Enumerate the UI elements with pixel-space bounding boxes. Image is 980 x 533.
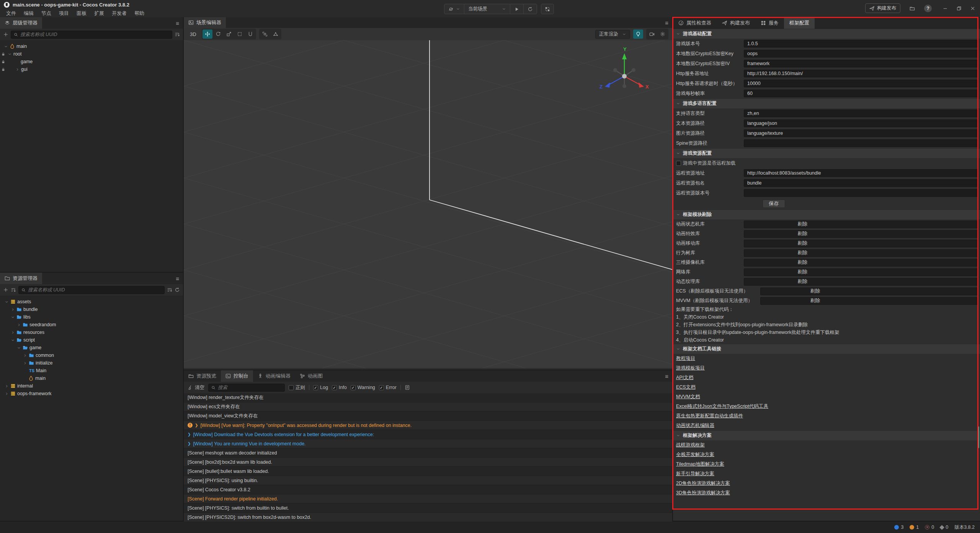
tree-node-gui[interactable]: gui: [0, 65, 183, 73]
help-button[interactable]: ?: [924, 5, 932, 12]
remove-button[interactable]: 剔除: [810, 298, 820, 304]
caret-right-icon[interactable]: [5, 392, 9, 396]
caret-down-icon[interactable]: [5, 300, 9, 304]
create-asset-icon[interactable]: [3, 287, 8, 293]
caret-right-icon[interactable]: [11, 307, 15, 312]
caret-right-icon[interactable]: [11, 330, 15, 335]
caret-down-icon[interactable]: [11, 315, 15, 319]
asset-node-libs[interactable]: libs: [0, 313, 183, 321]
preview-qr-button[interactable]: [541, 4, 554, 14]
menu-project[interactable]: 项目: [55, 9, 73, 18]
tab-services[interactable]: 服务: [755, 17, 784, 29]
remove-button[interactable]: 剔除: [798, 240, 807, 247]
filter-warning-checkbox[interactable]: ✓Warning: [351, 385, 375, 390]
hierarchy-tab[interactable]: 层级管理器: [0, 17, 42, 29]
caret-right-icon[interactable]: [17, 323, 21, 327]
crypto-iv-input[interactable]: [744, 60, 978, 67]
texture-res-path-input[interactable]: [744, 129, 978, 137]
remove-button[interactable]: 剔除: [798, 278, 807, 285]
snap-tool-button[interactable]: [260, 29, 270, 39]
caret-down-icon[interactable]: [8, 52, 12, 56]
inspector-scrollbar-thumb[interactable]: [977, 426, 979, 448]
menu-extension[interactable]: 扩展: [90, 9, 108, 18]
asset-node-script[interactable]: script: [0, 336, 183, 344]
link-mvvm-docs[interactable]: MVVM文档: [676, 394, 700, 400]
expand-caret-icon[interactable]: ❯: [188, 432, 191, 437]
asset-node-bundle[interactable]: bundle: [0, 306, 183, 313]
save-button[interactable]: 保存: [763, 199, 785, 208]
filter-log-checkbox[interactable]: ✓Log: [313, 385, 328, 390]
remove-button[interactable]: 剔除: [798, 259, 807, 266]
menu-file[interactable]: 文件: [2, 9, 20, 18]
languages-input[interactable]: [744, 110, 978, 117]
remote-version-input[interactable]: [744, 189, 978, 197]
tab-property-inspector[interactable]: 属性检查器: [673, 17, 717, 29]
asset-node-oops-framework[interactable]: oops-framework: [0, 390, 183, 397]
log-row-warning[interactable]: !❯[Window] [Vue warn]: Property "onInput…: [184, 421, 672, 430]
link-animator-editor[interactable]: 动画状态机编辑器: [676, 422, 714, 429]
menu-panel[interactable]: 面板: [73, 9, 90, 18]
restart-button[interactable]: [524, 4, 537, 14]
caret-right-icon[interactable]: [15, 67, 20, 72]
preview-target-button[interactable]: [444, 4, 464, 14]
assets-menu-icon[interactable]: ≡: [172, 275, 183, 282]
section-module-strip[interactable]: 框架模块剔除: [673, 209, 980, 219]
asset-node-internal[interactable]: internal: [0, 382, 183, 390]
mode-3d-toggle[interactable]: 3D: [188, 31, 199, 38]
link-tiledmap-solution[interactable]: Tiledmap地图解决方案: [676, 461, 724, 468]
section-i18n-config[interactable]: 游戏多语言配置: [673, 98, 980, 108]
extra-count[interactable]: 0: [940, 525, 948, 530]
error-count[interactable]: ✕0: [925, 525, 934, 530]
assets-search-input[interactable]: [28, 287, 162, 293]
fps-input[interactable]: [744, 90, 978, 97]
hierarchy-menu-icon[interactable]: ≡: [172, 20, 183, 26]
filter-info-checkbox[interactable]: ✓Info: [332, 385, 347, 390]
render-mode-dropdown[interactable]: 正常渲染: [595, 30, 630, 39]
coordinate-tool-button[interactable]: [271, 29, 281, 39]
open-folder-button[interactable]: [906, 3, 919, 13]
menu-node[interactable]: 节点: [38, 9, 55, 18]
asset-node-assets[interactable]: assets: [0, 298, 183, 306]
warning-count[interactable]: 1: [910, 525, 919, 530]
link-hotupdate-plugin[interactable]: 原生包热更新配置自动生成插件: [676, 413, 743, 419]
http-timeout-input[interactable]: [744, 80, 978, 87]
assets-filter-icon[interactable]: [167, 287, 172, 293]
section-doc-links[interactable]: 框架文档工具链接: [673, 344, 980, 354]
clear-console-button[interactable]: 清空: [188, 384, 204, 391]
scene-settings-button[interactable]: [658, 29, 668, 39]
scene-select-dropdown[interactable]: 当前场景: [464, 4, 510, 14]
link-template-project[interactable]: 游戏模板项目: [676, 365, 705, 371]
asset-node-main-scene[interactable]: main: [0, 374, 183, 382]
hierarchy-searchbox[interactable]: [11, 31, 172, 39]
link-excel-tool[interactable]: Excel格式转Json文件与TypeScript代码工具: [676, 403, 768, 410]
link-ecs-docs[interactable]: ECS文档: [676, 384, 696, 391]
section-game-base-config[interactable]: 游戏基础配置: [673, 29, 980, 39]
game-version-input[interactable]: [744, 40, 978, 47]
remove-button[interactable]: 剔除: [798, 231, 807, 237]
console-search-input[interactable]: [218, 385, 282, 390]
tab-animation-editor[interactable]: 动画编辑器: [253, 370, 295, 382]
play-button[interactable]: [510, 4, 524, 14]
caret-down-icon[interactable]: [4, 44, 8, 49]
menu-developer[interactable]: 开发者: [108, 9, 131, 18]
log-row-info[interactable]: ❯[Window] You are running Vue in develop…: [184, 439, 672, 448]
text-res-path-input[interactable]: [744, 119, 978, 127]
remote-load-checkbox[interactable]: 游戏中资源是否远程加载: [676, 160, 736, 167]
log-row[interactable]: [Window] render_texture文件夹存在: [184, 393, 672, 402]
log-row[interactable]: [Scene] [PHYSICS]: using builtin.: [184, 476, 672, 485]
axis-gizmo[interactable]: Y X Z: [596, 46, 653, 103]
link-tutorial-project[interactable]: 教程项目: [676, 355, 695, 362]
assets-tab[interactable]: 资源管理器: [0, 273, 42, 284]
tab-animation-graph[interactable]: 动画图: [295, 370, 327, 382]
transform-tool-button[interactable]: [245, 29, 255, 39]
scale-tool-button[interactable]: [224, 29, 234, 39]
console-searchbox[interactable]: [208, 384, 285, 392]
asset-node-game[interactable]: game: [0, 344, 183, 352]
tree-node-root[interactable]: root: [0, 50, 183, 58]
tree-node-main[interactable]: main: [0, 43, 183, 50]
minimize-icon[interactable]: [942, 6, 948, 11]
info-count[interactable]: 3: [894, 525, 903, 530]
caret-down-icon[interactable]: [17, 346, 21, 350]
regex-checkbox[interactable]: 正则: [289, 384, 305, 391]
caret-right-icon[interactable]: [23, 361, 27, 365]
